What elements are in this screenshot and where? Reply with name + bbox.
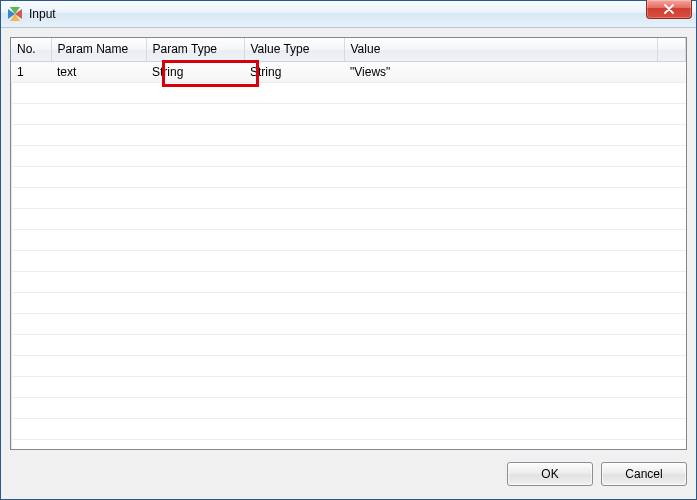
table-row (11, 104, 686, 125)
table-row (11, 188, 686, 209)
cell-value[interactable]: "Views" (344, 62, 658, 83)
table-row (11, 209, 686, 230)
col-header-value[interactable]: Value (344, 38, 658, 62)
table-row (11, 314, 686, 335)
table-row (11, 230, 686, 251)
cell-spacer (658, 62, 686, 83)
dialog-window: Input No. Param Name Param Type (0, 0, 697, 500)
dialog-body: No. Param Name Param Type Value Type Val… (1, 28, 696, 499)
table-row (11, 146, 686, 167)
window-title: Input (29, 7, 56, 21)
col-header-no[interactable]: No. (11, 38, 51, 62)
col-header-param-name[interactable]: Param Name (51, 38, 146, 62)
params-table-frame: No. Param Name Param Type Value Type Val… (10, 37, 687, 450)
table-row (11, 398, 686, 419)
table-row (11, 125, 686, 146)
table-row (11, 335, 686, 356)
table-row (11, 293, 686, 314)
params-table[interactable]: No. Param Name Param Type Value Type Val… (11, 38, 686, 440)
app-icon (7, 6, 23, 22)
ok-button[interactable]: OK (507, 462, 593, 486)
cell-no[interactable]: 1 (11, 62, 51, 83)
col-header-param-type[interactable]: Param Type (146, 38, 244, 62)
cell-param-name[interactable]: text (51, 62, 146, 83)
table-row (11, 83, 686, 104)
table-row (11, 356, 686, 377)
table-row (11, 251, 686, 272)
close-button[interactable] (646, 0, 692, 19)
cancel-button[interactable]: Cancel (601, 462, 687, 486)
titlebar[interactable]: Input (1, 1, 696, 28)
col-header-value-type[interactable]: Value Type (244, 38, 344, 62)
table-row (11, 272, 686, 293)
button-bar: OK Cancel (10, 450, 687, 490)
col-header-spacer (658, 38, 686, 62)
cell-value-type[interactable]: String (244, 62, 344, 83)
table-row (11, 377, 686, 398)
table-header-row: No. Param Name Param Type Value Type Val… (11, 38, 686, 62)
table-row[interactable]: 1 text String String "Views" (11, 62, 686, 83)
window-controls (646, 1, 692, 27)
table-row (11, 419, 686, 440)
table-row (11, 167, 686, 188)
cell-param-type[interactable]: String (146, 62, 244, 83)
